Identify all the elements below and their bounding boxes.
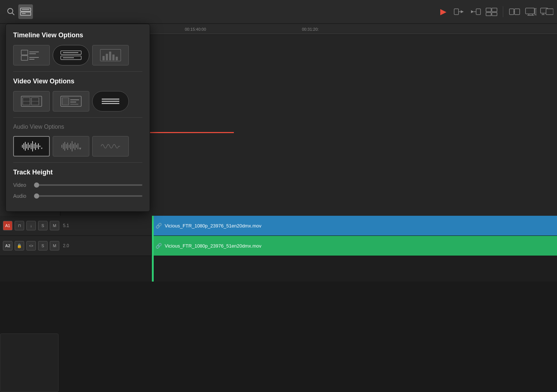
track-mute-btn-a1[interactable]: M	[50, 221, 59, 230]
svg-rect-13	[492, 8, 497, 12]
audio-options-row	[13, 136, 142, 157]
top-toolbar: ▶	[0, 0, 557, 24]
svg-rect-82	[70, 143, 71, 149]
monitor-icon[interactable]	[524, 5, 537, 18]
track-sync-btn-a1[interactable]: ↓	[26, 221, 36, 230]
audio-view-btn-2[interactable]	[53, 136, 89, 157]
svg-rect-79	[66, 144, 67, 148]
svg-rect-87	[78, 143, 78, 149]
timeline-view-btn-1[interactable]	[13, 45, 50, 65]
link-icon-a2: 🔗	[156, 243, 162, 249]
svg-rect-76	[61, 145, 62, 148]
audio-view-btn-3[interactable]	[92, 136, 129, 157]
svg-marker-75	[41, 148, 42, 149]
svg-rect-54	[62, 98, 69, 105]
tracks-area: A1 ⊓ ↓ S M 5.1 🔗 Vicious_FTR_1080p_23976…	[0, 216, 557, 282]
svg-rect-16	[509, 9, 514, 15]
svg-marker-24	[535, 8, 537, 15]
svg-rect-26	[546, 9, 553, 15]
bottom-area	[0, 283, 557, 392]
cursor-tool-icon[interactable]: ▶	[437, 5, 450, 18]
audio-view-title: Audio View Options	[13, 124, 142, 130]
svg-rect-44	[106, 54, 108, 60]
timeline-options-row	[13, 45, 142, 65]
svg-rect-83	[72, 141, 72, 151]
divider-2	[13, 117, 142, 118]
trim-out-icon[interactable]	[469, 5, 482, 18]
track-code-btn-a2[interactable]: <>	[26, 241, 36, 250]
track-row-a2: A2 🔒 <> S M 2.0 🔗 Vicious_FTR_1080p_2397…	[0, 236, 557, 256]
video-view-btn-2[interactable]	[53, 91, 89, 112]
arrow-line	[146, 132, 234, 133]
svg-point-0	[8, 8, 13, 14]
svg-rect-68	[32, 141, 33, 151]
svg-rect-14	[486, 12, 491, 16]
track-height-section: Track Height Video Audio	[13, 169, 142, 199]
svg-rect-19	[526, 8, 534, 14]
svg-rect-17	[515, 9, 520, 15]
video-view-btn-3[interactable]	[92, 91, 129, 112]
dual-monitor-icon[interactable]	[540, 5, 553, 18]
svg-rect-43	[102, 56, 105, 60]
svg-marker-9	[471, 10, 474, 13]
clip-name-a2: Vicious_FTR_1080p_23976_51en20dmx.mov	[165, 243, 261, 249]
audio-track-height-row: Audio	[13, 193, 142, 199]
svg-line-1	[12, 13, 14, 15]
svg-rect-33	[21, 56, 28, 60]
audio-view-btn-1[interactable]	[13, 136, 50, 157]
track-format-a2: 2.0	[63, 243, 69, 248]
timeline-view-title: Timeline View Options	[13, 31, 142, 39]
timeline-view-icon[interactable]	[18, 4, 33, 19]
svg-marker-88	[79, 148, 81, 150]
audio-height-slider[interactable]	[34, 195, 142, 197]
svg-rect-67	[31, 143, 31, 149]
clip-name-a1: Vicious_FTR_1080p_23976_51en20dmx.mov	[165, 223, 261, 229]
svg-rect-62	[23, 143, 24, 149]
search-icon[interactable]	[4, 4, 18, 19]
track-mute-btn-a2[interactable]: M	[50, 241, 59, 250]
svg-rect-12	[486, 8, 491, 12]
track-row-a1: A1 ⊓ ↓ S M 5.1 🔗 Vicious_FTR_1080p_23976…	[0, 216, 557, 236]
svg-rect-78	[64, 142, 65, 151]
video-height-slider[interactable]	[34, 184, 142, 186]
svg-rect-47	[116, 57, 118, 60]
audio-slider-label: Audio	[13, 193, 30, 199]
playhead-indicator	[152, 216, 154, 282]
multicam-icon[interactable]	[485, 5, 498, 18]
track-lock-btn-a2[interactable]: 🔒	[15, 241, 24, 250]
add-edit-icon[interactable]	[508, 5, 521, 18]
svg-rect-77	[63, 143, 64, 149]
video-view-btn-1[interactable]	[13, 91, 50, 112]
svg-rect-73	[40, 146, 40, 147]
audio-slider-thumb[interactable]	[34, 193, 39, 199]
svg-rect-11	[476, 9, 481, 15]
track-solo-btn-a2[interactable]: S	[38, 241, 48, 250]
trim-in-icon[interactable]	[453, 5, 466, 18]
svg-rect-32	[21, 50, 28, 55]
track-clip-a2: 🔗 Vicious_FTR_1080p_23976_51en20dmx.mov	[152, 236, 557, 256]
toolbar-separator	[503, 6, 503, 17]
timeline-view-btn-3[interactable]	[92, 45, 129, 65]
svg-rect-15	[492, 12, 497, 16]
bottom-left-panel	[0, 333, 59, 392]
track-clip-a1: 🔗 Vicious_FTR_1080p_23976_51en20dmx.mov	[152, 216, 557, 235]
track-lock-btn-a1[interactable]: ⊓	[15, 221, 24, 230]
track-solo-btn-a1[interactable]: S	[38, 221, 48, 230]
timeline-view-btn-2[interactable]	[53, 45, 89, 65]
link-icon-a1: 🔗	[156, 223, 162, 229]
svg-rect-45	[109, 52, 111, 60]
view-options-panel: Timeline View Options	[5, 24, 150, 212]
video-options-row	[13, 91, 142, 112]
svg-rect-86	[76, 145, 77, 148]
video-slider-label: Video	[13, 182, 30, 188]
video-slider-thumb[interactable]	[34, 182, 39, 188]
toolbar-right-group: ▶	[437, 5, 553, 18]
video-view-title: Video View Options	[13, 78, 142, 85]
svg-rect-72	[38, 143, 39, 149]
track-record-btn-a1[interactable]: A1	[3, 221, 12, 230]
svg-rect-80	[67, 143, 68, 150]
svg-rect-81	[69, 145, 70, 148]
svg-rect-6	[454, 9, 459, 15]
track-format-a1: 5.1	[63, 223, 69, 228]
svg-rect-85	[75, 143, 75, 150]
